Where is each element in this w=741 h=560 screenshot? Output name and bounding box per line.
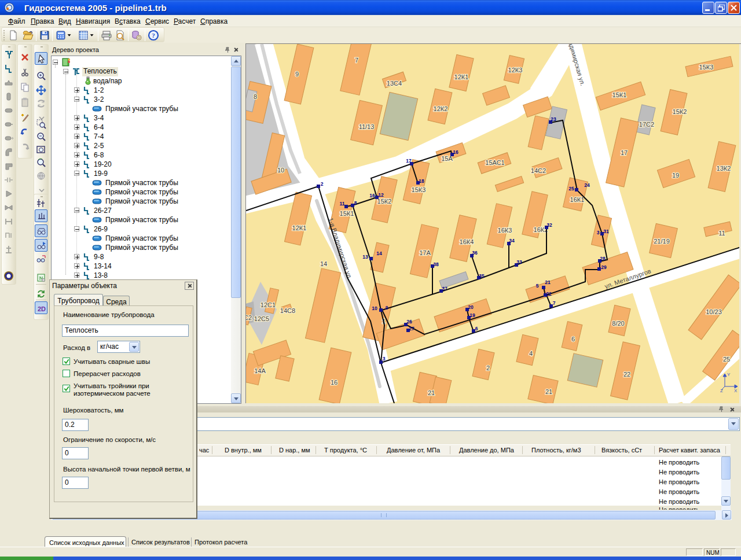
svg-text:15К1: 15К1	[612, 91, 627, 98]
svg-text:7: 7	[355, 57, 358, 64]
svg-text:С2: С2	[246, 314, 252, 321]
svg-text:2: 2	[486, 364, 490, 371]
svg-text:25: 25	[723, 356, 730, 363]
svg-text:21: 21	[428, 389, 435, 396]
svg-text:19: 19	[672, 172, 679, 179]
svg-text:12К3: 12К3	[508, 67, 523, 73]
svg-text:16: 16	[331, 379, 338, 386]
svg-text:3: 3	[383, 356, 386, 362]
svg-text:36: 36	[472, 250, 478, 256]
svg-text:X: X	[734, 388, 738, 393]
svg-text:17А: 17А	[419, 249, 431, 256]
svg-text:13С4: 13С4	[387, 80, 402, 87]
svg-text:33: 33	[516, 259, 522, 265]
svg-text:10: 10	[372, 305, 377, 311]
svg-text:31: 31	[603, 229, 609, 234]
svg-text:21: 21	[545, 279, 551, 285]
svg-text:27: 27	[409, 326, 414, 331]
svg-text:8: 8	[354, 200, 357, 206]
svg-text:13: 13	[362, 254, 368, 260]
svg-text:12К1: 12К1	[454, 73, 469, 80]
svg-text:15К2: 15К2	[377, 198, 392, 205]
svg-text:21: 21	[545, 388, 552, 395]
svg-text:Z: Z	[720, 388, 723, 393]
svg-text:13К2: 13К2	[717, 165, 731, 172]
svg-text:16: 16	[453, 149, 458, 155]
svg-text:9: 9	[295, 71, 299, 78]
svg-text:17С2: 17С2	[639, 121, 654, 128]
svg-text:5: 5	[536, 283, 539, 289]
svg-text:16К4: 16К4	[460, 238, 474, 245]
svg-text:12С1: 12С1	[261, 301, 276, 308]
svg-text:22: 22	[546, 291, 552, 297]
svg-text:24: 24	[584, 182, 590, 188]
svg-text:11/13: 11/13	[359, 123, 375, 130]
svg-text:38: 38	[433, 261, 439, 267]
svg-text:8/20: 8/20	[612, 320, 624, 327]
svg-text:32: 32	[546, 222, 552, 228]
svg-text:18: 18	[419, 178, 424, 184]
svg-text:12: 12	[378, 192, 384, 198]
svg-text:14А: 14А	[254, 367, 266, 374]
svg-text:8: 8	[254, 93, 257, 100]
svg-text:21/19: 21/19	[654, 238, 670, 245]
svg-text:14: 14	[320, 260, 327, 267]
svg-text:9: 9	[386, 305, 388, 311]
svg-text:2D: 2D	[38, 305, 46, 312]
svg-text:16: 16	[369, 193, 375, 198]
svg-text:10: 10	[277, 167, 284, 174]
svg-text:17: 17	[621, 149, 628, 156]
svg-text:11: 11	[718, 230, 725, 237]
svg-text:34: 34	[509, 238, 515, 244]
svg-text:12К1: 12К1	[292, 224, 307, 231]
svg-text:15К3: 15К3	[699, 64, 714, 71]
svg-text:26: 26	[406, 319, 412, 325]
svg-text:6: 6	[571, 336, 575, 342]
svg-text:6: 6	[475, 326, 478, 331]
svg-text:4: 4	[529, 350, 533, 357]
svg-text:15АС1: 15АС1	[485, 159, 504, 166]
svg-text:11: 11	[340, 201, 345, 207]
svg-text:2: 2	[321, 181, 324, 187]
svg-text:Y: Y	[727, 372, 731, 377]
svg-text:15К1: 15К1	[340, 210, 354, 217]
svg-text:14С8: 14С8	[280, 307, 295, 314]
svg-text:7: 7	[553, 300, 556, 306]
svg-text:37: 37	[442, 286, 447, 292]
svg-text:15К2: 15К2	[673, 108, 687, 115]
svg-text:16К3: 16К3	[498, 227, 512, 234]
svg-text:12С5: 12С5	[254, 315, 269, 322]
svg-text:20: 20	[468, 304, 474, 310]
svg-text:25: 25	[568, 186, 574, 191]
svg-text:29: 29	[601, 264, 607, 270]
svg-text:17: 17	[406, 158, 412, 164]
svg-text:?: ?	[152, 32, 155, 39]
svg-text:16К1: 16К1	[570, 196, 585, 203]
svg-text:19: 19	[469, 312, 475, 318]
svg-text:23: 23	[551, 116, 556, 122]
svg-text:10/23: 10/23	[706, 308, 722, 315]
svg-text:14: 14	[376, 250, 382, 256]
svg-text:14С2: 14С2	[531, 167, 546, 174]
svg-text:28: 28	[600, 256, 606, 261]
svg-text:22: 22	[623, 371, 630, 378]
svg-text:12К2: 12К2	[434, 105, 448, 112]
svg-text:3: 3	[597, 230, 600, 235]
svg-text:15К3: 15К3	[412, 186, 426, 193]
svg-text:35: 35	[479, 273, 485, 279]
